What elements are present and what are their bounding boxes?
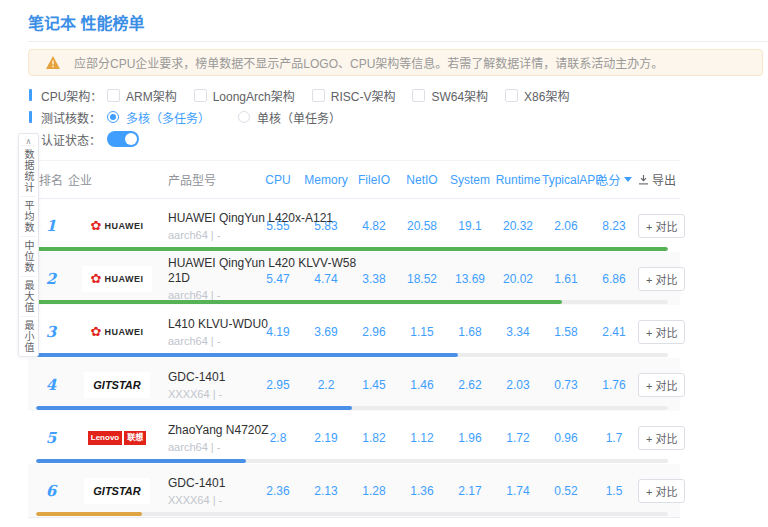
checkbox-riscv[interactable]: RISC-V架构 xyxy=(312,87,396,104)
checkbox-box[interactable] xyxy=(412,89,425,102)
brand-text: Lenovo xyxy=(88,431,122,445)
checkbox-label[interactable]: ARM架构 xyxy=(126,87,177,104)
compare-button[interactable]: + 对比 xyxy=(638,214,685,238)
leaderboard-page: 笔记本 性能榜单 应部分CPU企业要求，榜单数据不显示产品LOGO、CPU架构等… xyxy=(0,0,768,527)
header-rank: 排名 xyxy=(36,171,66,188)
radio-single-core[interactable]: 单核（单任务） xyxy=(238,109,341,126)
runtime-value: 20.02 xyxy=(494,272,542,286)
filter-label-accent-bar xyxy=(29,111,32,123)
export-button[interactable]: 导出 xyxy=(638,171,676,188)
cert-toggle[interactable] xyxy=(107,131,139,147)
product-subtext: XXXX64 | - xyxy=(168,388,254,400)
sort-caret-down-icon[interactable] xyxy=(624,177,632,182)
score-value: 1.7 xyxy=(590,431,638,445)
gitstar-logo: GITSTAR xyxy=(84,372,149,398)
system-value: 1.68 xyxy=(446,325,494,339)
product-name: HUAWEI QingYun L420 KLVV-W5821D xyxy=(168,256,358,286)
table-row: 5 Lenovo联想 ZhaoYang N4720Zaarch64 | - 2.… xyxy=(28,411,680,464)
score-progress-bar xyxy=(36,406,668,410)
compare-button[interactable]: + 对比 xyxy=(638,320,685,344)
typicalapp-value: 0.52 xyxy=(542,484,590,498)
header-cpu[interactable]: CPU xyxy=(254,173,302,187)
radio-multi-core[interactable]: 多核（多任务） xyxy=(107,109,210,126)
compare-button[interactable]: + 对比 xyxy=(638,373,685,397)
header-system[interactable]: System xyxy=(446,173,494,187)
netio-value: 1.12 xyxy=(398,431,446,445)
stats-item-median[interactable]: 中位数 xyxy=(21,236,36,276)
stats-item-max[interactable]: 最大值 xyxy=(21,276,36,316)
checkbox-box[interactable] xyxy=(505,89,518,102)
score-value: 2.41 xyxy=(590,325,638,339)
runtime-value: 3.34 xyxy=(494,325,542,339)
stats-item-data-statistics[interactable]: 数据统计 xyxy=(21,145,36,196)
filter-label-accent-bar xyxy=(29,89,32,101)
radio-label[interactable]: 单核（单任务） xyxy=(257,109,341,126)
leaderboard-table: 排名 企业 产品型号 CPU Memory FileIO NetIO Syste… xyxy=(28,160,680,518)
filter-row-cert: 认证状态： xyxy=(29,128,768,150)
checkbox-box[interactable] xyxy=(194,89,207,102)
export-label[interactable]: 导出 xyxy=(652,171,676,188)
header-runtime[interactable]: Runtime xyxy=(494,173,542,187)
header-score-sort[interactable]: 总分 xyxy=(590,171,638,188)
rank-number: 5 xyxy=(46,429,56,447)
system-value: 19.1 xyxy=(446,219,494,233)
header-product: 产品型号 xyxy=(168,171,254,188)
netio-value: 18.52 xyxy=(398,272,446,286)
radio-label[interactable]: 多核（多任务） xyxy=(126,109,210,126)
product-subtext: aarch64 | - xyxy=(168,441,254,453)
checkbox-arm[interactable]: ARM架构 xyxy=(107,87,177,104)
lenovo-logo: Lenovo联想 xyxy=(79,424,155,452)
page-title: 笔记本 性能榜单 xyxy=(0,0,768,41)
runtime-value: 20.32 xyxy=(494,219,542,233)
header-netio[interactable]: NetIO xyxy=(398,173,446,187)
header-memory[interactable]: Memory xyxy=(302,173,350,187)
filter-row-cpu-arch: CPU架构： ARM架构 LoongArch架构 RISC-V架构 SW64架构… xyxy=(29,84,768,106)
stats-item-min[interactable]: 最小值 xyxy=(21,316,36,356)
typicalapp-value: 2.06 xyxy=(542,219,590,233)
download-icon xyxy=(638,174,649,185)
product-name: GDC-1401 xyxy=(168,370,358,385)
huawei-flower-icon: ✿ xyxy=(91,326,102,338)
netio-value: 1.15 xyxy=(398,325,446,339)
runtime-value: 1.72 xyxy=(494,431,542,445)
compare-button[interactable]: + 对比 xyxy=(638,267,685,291)
cpu-arch-filter-label: CPU架构： xyxy=(41,87,107,104)
checkbox-label[interactable]: X86架构 xyxy=(524,87,569,104)
stats-item-average[interactable]: 平均数 xyxy=(21,196,36,236)
checkbox-label[interactable]: SW64架构 xyxy=(431,87,488,104)
checkbox-box[interactable] xyxy=(312,89,325,102)
checkbox-label[interactable]: RISC-V架构 xyxy=(331,87,396,104)
table-row: 1 ✿HUAWEI HUAWEI QingYun L420x-A121aarch… xyxy=(28,199,680,252)
compare-button[interactable]: + 对比 xyxy=(638,426,685,450)
title-divider xyxy=(28,41,768,42)
header-fileio[interactable]: FileIO xyxy=(350,173,398,187)
header-typicalapp[interactable]: TypicalAPP xyxy=(542,173,590,187)
checkbox-sw64[interactable]: SW64架构 xyxy=(412,87,488,104)
table-header-row: 排名 企业 产品型号 CPU Memory FileIO NetIO Syste… xyxy=(28,161,680,199)
score-progress-bar xyxy=(36,300,668,304)
huawei-logo: ✿HUAWEI xyxy=(82,266,153,292)
table-row: 6 GITSTAR GDC-1401XXXX64 | - 2.36 2.13 1… xyxy=(28,464,680,517)
score-progress-bar xyxy=(36,459,668,463)
rank-number: 6 xyxy=(46,482,56,500)
radio-dot[interactable] xyxy=(238,111,250,123)
product-subtext: aarch64 | - xyxy=(168,229,254,241)
warning-banner: 应部分CPU企业要求，榜单数据不显示产品LOGO、CPU架构等信息。若需了解数据… xyxy=(28,49,763,76)
table-row: 2 ✿HUAWEI HUAWEI QingYun L420 KLVV-W5821… xyxy=(28,252,680,305)
header-score-label[interactable]: 总分 xyxy=(596,171,620,188)
runtime-value: 2.03 xyxy=(494,378,542,392)
checkbox-label[interactable]: LoongArch架构 xyxy=(213,87,295,104)
score-progress-bar xyxy=(36,512,668,516)
compare-button[interactable]: + 对比 xyxy=(638,479,685,503)
gitstar-logo: GITSTAR xyxy=(84,478,149,504)
radio-dot[interactable] xyxy=(107,111,119,123)
checkbox-loongarch[interactable]: LoongArch架构 xyxy=(194,87,295,104)
header-company: 企业 xyxy=(66,171,168,188)
toggle-knob[interactable] xyxy=(125,133,137,145)
typicalapp-value: 0.73 xyxy=(542,378,590,392)
chevron-up-icon[interactable]: ∧ xyxy=(19,134,38,145)
checkbox-x86[interactable]: X86架构 xyxy=(505,87,569,104)
filter-panel: CPU架构： ARM架构 LoongArch架构 RISC-V架构 SW64架构… xyxy=(29,84,768,150)
checkbox-box[interactable] xyxy=(107,89,120,102)
stats-side-panel: ∧ 数据统计 平均数 中位数 最大值 最小值 xyxy=(18,133,39,357)
